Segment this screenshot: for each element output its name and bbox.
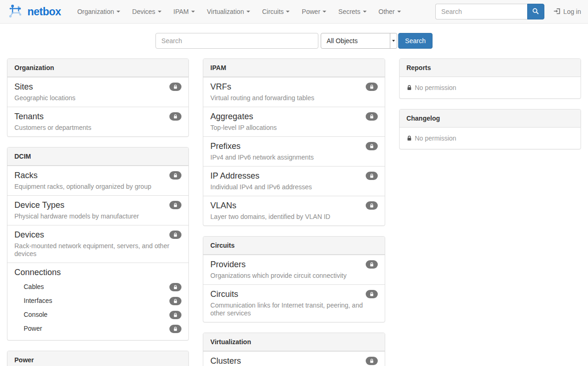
object-type-selected-value: All Objects <box>321 37 390 45</box>
item-link-tenants[interactable]: Tenants <box>14 112 181 122</box>
panel-changelog: ChangelogNo permission <box>399 109 581 149</box>
sub-item-link-console[interactable]: Console <box>14 310 169 319</box>
list-item-sites: SitesGeographic locations <box>7 77 188 107</box>
sub-item-power: Power <box>14 321 181 335</box>
lock-icon <box>173 327 178 331</box>
sub-item-console: Console <box>14 308 181 321</box>
navbar-menu: OrganizationDevicesIPAMVirtualizationCir… <box>71 0 407 23</box>
navbar-item-other[interactable]: Other <box>373 0 407 23</box>
navbar-item-ipam[interactable]: IPAM <box>168 0 201 23</box>
lock-icon <box>173 203 178 207</box>
lock-badge <box>169 83 181 91</box>
item-link-racks[interactable]: Racks <box>14 171 181 180</box>
lock-badge <box>169 201 181 209</box>
chevron-down-icon <box>246 11 250 13</box>
item-link-clusters[interactable]: Clusters <box>210 356 377 366</box>
object-type-select[interactable]: All Objects <box>321 33 397 49</box>
list-item-tenants: TenantsCustomers or departments <box>7 107 188 136</box>
chevron-down-icon <box>392 40 395 42</box>
chevron-down-icon <box>286 11 290 13</box>
sub-item-link-interfaces[interactable]: Interfaces <box>14 296 169 305</box>
lock-icon <box>369 359 374 363</box>
panel-header-circuits: Circuits <box>203 237 384 255</box>
search-icon <box>532 8 539 16</box>
lock-badge <box>366 142 378 150</box>
navbar-item-label: Circuits <box>262 8 284 15</box>
panel-organization: OrganizationSitesGeographic locationsTen… <box>7 58 189 137</box>
no-permission-label: No permission <box>415 135 456 142</box>
navbar-item-circuits[interactable]: Circuits <box>256 0 296 23</box>
chevron-down-icon <box>323 11 326 13</box>
item-link-devices[interactable]: Devices <box>14 230 181 240</box>
navbar-item-organization[interactable]: Organization <box>71 0 126 23</box>
item-link-sites[interactable]: Sites <box>14 82 181 92</box>
lock-badge <box>169 283 181 291</box>
no-permission-notice: No permission <box>400 128 581 149</box>
chevron-down-icon <box>191 11 195 13</box>
item-link-vlans[interactable]: VLANs <box>210 201 377 211</box>
lock-badge <box>366 83 378 91</box>
panel-header-power: Power <box>7 351 188 366</box>
item-link-providers[interactable]: Providers <box>210 260 377 270</box>
navbar-search-input[interactable] <box>435 4 527 19</box>
item-description: Communication links for Internet transit… <box>210 302 377 317</box>
sign-in-icon <box>554 8 561 16</box>
sub-item-link-power[interactable]: Power <box>14 324 169 333</box>
lock-badge <box>366 260 378 269</box>
navbar-item-label: Organization <box>77 8 114 15</box>
navbar-item-label: Power <box>302 8 320 15</box>
top-navbar: netbox OrganizationDevicesIPAMVirtualiza… <box>0 0 588 24</box>
item-description: Organizations which provide circuit conn… <box>210 272 377 280</box>
panel-title: Reports <box>407 64 431 71</box>
lock-badge <box>169 112 181 121</box>
list-item-connections: ConnectionsCablesInterfacesConsolePower <box>7 263 188 340</box>
panel-title: Circuits <box>210 242 234 249</box>
navbar-item-power[interactable]: Power <box>296 0 332 23</box>
sub-item-link-cables[interactable]: Cables <box>14 282 169 291</box>
lock-badge <box>366 201 378 210</box>
sub-item-interfaces: Interfaces <box>14 294 181 308</box>
item-link-ip-addresses[interactable]: IP Addresses <box>210 171 377 181</box>
list-item-device-types: Device TypesPhysical hardware models by … <box>7 195 188 225</box>
item-link-device-types[interactable]: Device Types <box>14 200 181 210</box>
list-item-clusters: Clusters <box>203 351 384 366</box>
netbox-brand[interactable]: netbox <box>7 3 61 21</box>
lock-icon <box>173 232 178 237</box>
navbar-item-label: Devices <box>132 8 155 15</box>
lock-badge <box>169 311 181 319</box>
panel-column-3: ReportsNo permissionChangelogNo permissi… <box>399 58 581 366</box>
item-link-aggregates[interactable]: Aggregates <box>210 112 377 122</box>
navbar-item-label: IPAM <box>174 8 189 15</box>
lock-icon <box>369 292 374 296</box>
panel-header-virtualization: Virtualization <box>203 333 384 351</box>
sub-item-cables: Cables <box>14 280 181 294</box>
navbar-search-button[interactable] <box>527 4 544 19</box>
lock-badge <box>169 231 181 239</box>
navbar-item-secrets[interactable]: Secrets <box>332 0 372 23</box>
list-item-prefixes: PrefixesIPv4 and IPv6 network assignment… <box>203 136 384 166</box>
lock-badge <box>169 171 181 180</box>
chevron-down-icon <box>363 11 367 13</box>
panel-ipam: IPAMVRFsVirtual routing and forwarding t… <box>203 58 385 226</box>
item-description: Geographic locations <box>14 94 181 102</box>
chevron-down-icon <box>397 11 401 13</box>
panel-header-changelog: Changelog <box>400 109 581 128</box>
navbar-item-virtualization[interactable]: Virtualization <box>201 0 256 23</box>
login-label: Log in <box>563 8 581 15</box>
item-description: IPv4 and IPv6 network assignments <box>210 154 377 161</box>
item-description: Individual IPv4 and IPv6 addresses <box>210 183 377 191</box>
brand-title: netbox <box>27 6 61 18</box>
navbar-item-devices[interactable]: Devices <box>126 0 168 23</box>
panel-title: Power <box>14 356 34 364</box>
lock-icon <box>173 173 178 178</box>
global-search-input[interactable] <box>155 33 318 49</box>
item-link-prefixes[interactable]: Prefixes <box>210 141 377 151</box>
navbar-item-label: Other <box>379 8 395 15</box>
item-link-connections[interactable]: Connections <box>14 268 181 277</box>
item-link-circuits[interactable]: Circuits <box>210 289 377 299</box>
login-link[interactable]: Log in <box>554 8 581 16</box>
list-item-vrfs: VRFsVirtual routing and forwarding table… <box>203 77 384 107</box>
panel-header-dcim: DCIM <box>7 148 188 166</box>
item-link-vrfs[interactable]: VRFs <box>210 82 377 92</box>
global-search-button[interactable]: Search <box>398 33 433 49</box>
